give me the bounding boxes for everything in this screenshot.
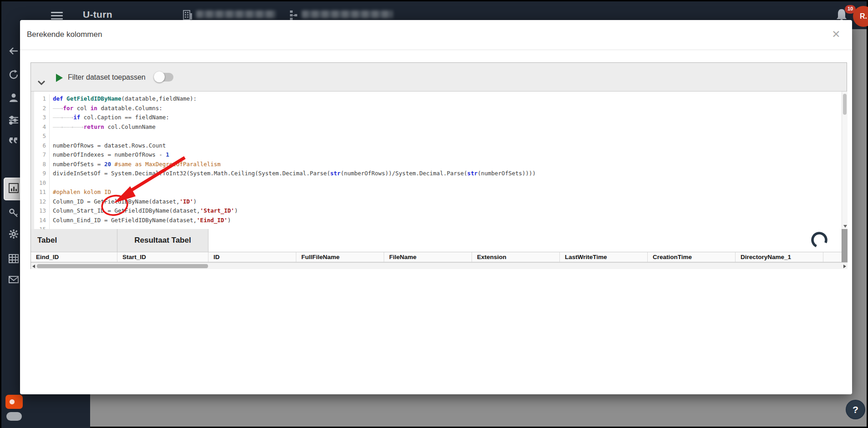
chevron-down-icon[interactable] [37,80,46,86]
back-arrow-icon[interactable] [8,46,19,56]
code-line: 1def GetFieldIDByName(datatable,fieldNam… [34,94,536,104]
redacted-tab-company[interactable] [196,10,276,18]
code-line: 2——→for col in datatable.Columns: [34,104,536,113]
line-number: 7 [34,150,50,160]
column-header-id[interactable]: ID [208,252,296,262]
recording-widget-button[interactable] [5,395,23,409]
editor-toolbar: Filter dataset toepassen [31,63,847,92]
code-lines: 1def GetFieldIDByName(datatable,fieldNam… [34,94,536,229]
line-number: 10 [34,178,50,188]
code-segment: col.ColumnName [104,123,156,130]
fold-gutter [31,92,34,229]
code-line: 7numberOfIndexes = numberOfRows - 1 [34,150,536,160]
screen: U-turn 10 [0,0,868,428]
column-header-start_id[interactable]: Start_ID [117,252,208,262]
scrollbar-thumb[interactable] [37,264,208,268]
code-segment: divideInSetsOf = System.Decimal.ToInt32(… [53,170,330,177]
code-segment: col.Caption == fieldName: [80,114,169,121]
code-segment: str [330,170,341,177]
user-icon[interactable] [8,92,19,103]
code-segment [63,95,67,102]
code-line: 15 [34,225,536,229]
code-line: 5 [34,132,536,141]
editor-panel: Filter dataset toepassen 1def GetFieldID… [30,62,847,269]
code-segment: ——→——→ [53,114,73,121]
modal-berekende-kolommen: Berekende kolommen ✕ Filter dataset toep… [20,20,852,394]
scroll-down-arrow[interactable] [843,225,847,228]
code-line: 11#ophalen kolom ID [34,188,536,197]
close-icon[interactable]: ✕ [829,27,843,41]
table-header-row: Eind_IDStart_IDIDFullFileNameFileNameExt… [31,252,842,262]
filter-toggle-label: Filter dataset toepassen [68,73,146,82]
code-segment: 'Eind_ID' [197,217,228,224]
code-segment: #same as MaxDegreeOfParallelism [114,161,220,168]
column-header-eind_id[interactable]: Eind_ID [31,252,117,262]
avatar[interactable]: R. [853,6,868,27]
gear-icon[interactable] [8,229,19,239]
line-number: 12 [34,197,50,207]
horizontal-scrollbar[interactable] [31,262,848,269]
key-icon[interactable] [8,208,19,219]
scrollbar-thumb[interactable] [843,94,847,115]
code-segment: def [53,95,63,102]
code-line: 10 [34,178,536,188]
code-segment: numberOfIndexes = numberOfRows - [53,151,166,158]
column-header-lastwritetime[interactable]: LastWriteTime [560,252,648,262]
column-header-filename[interactable]: FileName [384,252,472,262]
code-segment: for [63,105,74,112]
code-line: 4——→——→——→return col.ColumnName [34,122,536,132]
line-number: 4 [34,122,50,132]
refresh-icon[interactable] [8,69,19,80]
code-vertical-scrollbar[interactable] [842,92,848,229]
code-segment: str [467,170,478,177]
code-segment: 'Start_ID' [200,207,234,214]
sitemap-icon [289,10,298,20]
scroll-left-arrow[interactable] [32,265,35,268]
line-number: 15 [34,225,50,229]
code-editor[interactable]: 1def GetFieldIDByName(datatable,fieldNam… [31,92,842,229]
quote-icon[interactable] [8,135,19,146]
line-number: 6 [34,141,50,151]
line-number: 14 [34,216,50,225]
modal-title: Berekende kolommen [27,30,102,39]
run-play-icon[interactable] [56,74,63,82]
line-number: 9 [34,169,50,178]
overlay-toggle[interactable] [6,412,22,421]
help-button[interactable]: ? [846,400,865,419]
code-line: 3——→——→if col.Caption == fieldName: [34,113,536,122]
code-line: 12Column_ID = GetFieldIDByName(dataset,'… [34,197,536,207]
code-segment: ——→ [53,105,63,112]
line-number: 13 [34,206,50,216]
tab-tabel[interactable]: Tabel [31,229,117,252]
hamburger-menu-icon[interactable] [51,12,63,20]
sliders-icon[interactable] [8,115,19,126]
code-segment: numberOfSets = [53,161,104,168]
divider [20,50,852,50]
scroll-right-arrow[interactable] [843,265,846,268]
code-line: 13Column_Start_ID = GetFieldIDByName(dat… [34,206,536,216]
code-line: 8numberOfSets = 20 #same as MaxDegreeOfP… [34,160,536,169]
line-number: 2 [34,104,50,113]
mail-icon[interactable] [8,274,19,285]
toggle-knob [154,71,165,82]
column-header-creationtime[interactable]: CreationTime [648,252,736,262]
tab-resultaat-tabel[interactable]: Resultaat Tabel [117,229,208,252]
column-header-fullfilename[interactable]: FullFileName [296,252,384,262]
code-segment: 'ID' [179,198,193,205]
code-segment: ) [234,207,238,214]
building-icon [183,10,193,20]
redacted-tab-product[interactable] [302,10,393,18]
code-line: 6numberOfRows = dataset.Rows.Count [34,141,536,151]
code-segment: col [73,105,91,112]
filter-dataset-toggle[interactable] [155,73,173,82]
grid-vertical-scrollbar[interactable] [842,229,848,262]
bar-chart-icon [9,183,19,193]
code-line: 9divideInSetsOf = System.Decimal.ToInt32… [34,169,536,178]
column-header-directoryname_1[interactable]: DirectoryName_1 [736,252,823,262]
table-tabs-row: TabelResultaat Tabel [31,229,842,252]
code-segment: return [84,123,104,130]
code-segment: Column_Eind_ID = GetFieldIDByName(datase… [53,217,197,224]
column-header-extension[interactable]: Extension [472,252,560,262]
table-icon[interactable] [8,253,19,264]
code-segment: #ophalen kolom ID [53,189,111,195]
